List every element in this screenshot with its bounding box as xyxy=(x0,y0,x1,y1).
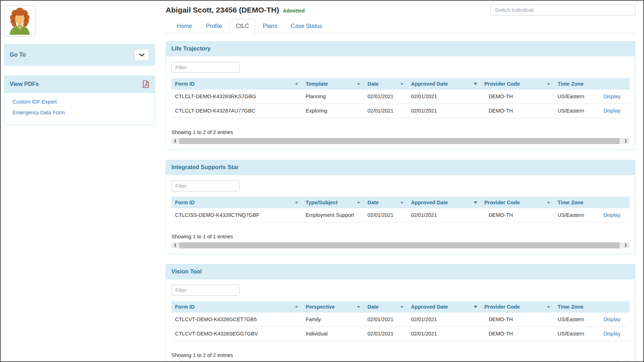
approved-date-cell: 02/01/2021 xyxy=(407,327,480,341)
sort-desc-icon xyxy=(474,304,477,309)
column-header-time-zone[interactable]: Time Zone xyxy=(554,197,600,208)
time-zone-cell: US/Eastern xyxy=(554,327,600,341)
column-header-date[interactable]: Date xyxy=(364,301,407,313)
form-id-cell: CTLCLT-DEMO-K43283RKS7GBG xyxy=(171,90,302,104)
form-id-cell: CTLCLT-DEMO-K43287AU77GBC xyxy=(171,104,302,118)
goto-label: Go To xyxy=(10,52,26,58)
tab-bar: Home Profile CtLC Plans Case Status xyxy=(166,19,635,33)
display-link[interactable]: Display xyxy=(603,331,621,337)
app-window: Go To View PDFs xyxy=(0,0,644,362)
approved-date-cell: 02/01/2021 xyxy=(407,313,480,327)
sort-icon xyxy=(295,304,298,309)
column-header-time-zone[interactable]: Time Zone xyxy=(554,78,600,90)
form-id-cell: CTLCISS-DEMO-K4328CTNQ7GBF xyxy=(171,208,302,223)
page-title: Abigail Scott, 23456 (DEMO-TH) xyxy=(166,6,279,14)
scrollbar-thumb[interactable] xyxy=(179,138,620,144)
filter-input[interactable] xyxy=(171,62,240,73)
column-header-form-id[interactable]: Form ID xyxy=(171,301,302,313)
column-header-approved-date[interactable]: Approved Date xyxy=(407,197,480,208)
filter-input[interactable] xyxy=(171,285,240,296)
panel-title: Vision Tool xyxy=(166,265,635,279)
column-header-provider-code[interactable]: Provider Code xyxy=(481,197,554,208)
column-header-date[interactable]: Date xyxy=(364,78,407,90)
column-header-form-id[interactable]: Form ID xyxy=(171,78,302,90)
sort-desc-icon xyxy=(474,81,477,86)
goto-panel: Go To xyxy=(4,44,155,66)
template-cell: Planning xyxy=(302,90,364,104)
scrollbar-thumb[interactable] xyxy=(179,242,620,248)
vision-tool-table: Form ID Perspective Date Approved Date P… xyxy=(171,301,630,341)
table-header-row: Form ID Perspective Date Approved Date P… xyxy=(171,301,630,313)
integrated-supports-star-table: Form ID Type/Subject Date Approved Date … xyxy=(171,197,630,223)
provider-code-cell: DEMO-TH xyxy=(481,327,554,341)
life-trajectory-table: Form ID Template Date Approved Date Prov… xyxy=(171,78,630,118)
sort-icon xyxy=(295,81,298,86)
time-zone-cell: US/Eastern xyxy=(554,104,600,118)
tab-home[interactable]: Home xyxy=(171,19,198,33)
display-link[interactable]: Display xyxy=(603,108,621,114)
table-row: CTLCVT-DEMO-K4328GCET7GB5 Family 02/01/2… xyxy=(171,313,630,327)
pdf-link-emergency-data-form[interactable]: Emergency Data Form xyxy=(13,110,149,115)
tab-case-status[interactable]: Case Status xyxy=(285,19,328,33)
horizontal-scrollbar[interactable] xyxy=(171,138,630,144)
column-header-form-id[interactable]: Form ID xyxy=(171,197,302,208)
display-link[interactable]: Display xyxy=(603,94,621,99)
pdf-icon xyxy=(143,80,149,88)
sort-icon xyxy=(547,81,550,86)
column-header-type-subject[interactable]: Type/Subject xyxy=(302,197,364,208)
switch-individual-input[interactable] xyxy=(490,4,635,15)
column-header-actions xyxy=(600,78,630,90)
approved-date-cell: 02/01/2021 xyxy=(407,104,480,118)
chevron-down-icon xyxy=(139,53,145,57)
sort-icon xyxy=(401,81,404,86)
column-header-date[interactable]: Date xyxy=(364,197,407,208)
sort-icon xyxy=(357,200,360,205)
scroll-right-icon[interactable] xyxy=(622,242,630,248)
panel-title: Life Trajectory xyxy=(166,42,635,56)
sort-icon xyxy=(357,304,360,309)
status-badge: Admitted xyxy=(283,8,305,14)
time-zone-cell: US/Eastern xyxy=(554,90,600,104)
column-header-approved-date[interactable]: Approved Date xyxy=(407,78,480,90)
column-header-perspective[interactable]: Perspective xyxy=(302,301,364,313)
filter-input[interactable] xyxy=(171,180,240,191)
pdf-link-custom-idf-export[interactable]: Custom IDF Export xyxy=(13,99,149,105)
provider-code-cell: DEMO-TH xyxy=(481,313,554,327)
date-cell: 02/01/2021 xyxy=(364,327,407,341)
column-header-time-zone[interactable]: Time Zone xyxy=(554,301,600,313)
perspective-cell: Individual xyxy=(302,327,364,341)
life-trajectory-panel: Life Trajectory Form ID Template Date Ap… xyxy=(166,41,635,150)
perspective-cell: Family xyxy=(302,313,364,327)
time-zone-cell: US/Eastern xyxy=(554,208,600,223)
provider-code-cell: DEMO-TH xyxy=(481,208,554,223)
table-row: CTLCLT-DEMO-K43283RKS7GBG Planning 02/01… xyxy=(171,90,630,104)
approved-date-cell: 02/01/2021 xyxy=(407,90,480,104)
tab-ctlc[interactable]: CtLC xyxy=(230,19,255,33)
table-row: CTLCLT-DEMO-K43287AU77GBC Exploring 02/0… xyxy=(171,104,630,118)
provider-code-cell: DEMO-TH xyxy=(481,90,554,104)
tab-profile[interactable]: Profile xyxy=(200,19,228,33)
sort-icon xyxy=(295,200,298,205)
tab-plans[interactable]: Plans xyxy=(257,19,283,33)
goto-dropdown-button[interactable] xyxy=(134,49,149,61)
scroll-left-icon[interactable] xyxy=(171,138,179,144)
date-cell: 02/01/2021 xyxy=(364,313,407,327)
sort-icon xyxy=(547,304,550,309)
display-link[interactable]: Display xyxy=(603,212,621,218)
column-header-provider-code[interactable]: Provider Code xyxy=(481,78,554,90)
column-header-template[interactable]: Template xyxy=(302,78,364,90)
date-cell: 02/01/2021 xyxy=(364,90,407,104)
display-link[interactable]: Display xyxy=(603,316,621,322)
column-header-provider-code[interactable]: Provider Code xyxy=(481,301,554,313)
date-cell: 02/01/2021 xyxy=(364,104,407,118)
template-cell: Exploring xyxy=(302,104,364,118)
entries-summary: Showing 1 to 2 of 2 entries xyxy=(171,129,630,135)
sort-icon xyxy=(357,81,360,86)
horizontal-scrollbar[interactable] xyxy=(171,242,630,248)
integrated-supports-star-panel: Integrated Supports Star Form ID Type/Su… xyxy=(166,160,635,254)
form-id-cell: CTLCVT-DEMO-K4328GCET7GB5 xyxy=(171,313,302,327)
scroll-left-icon[interactable] xyxy=(171,242,179,248)
scroll-right-icon[interactable] xyxy=(622,138,630,144)
column-header-approved-date[interactable]: Approved Date xyxy=(407,301,480,313)
panel-title: Integrated Supports Star xyxy=(166,160,635,175)
